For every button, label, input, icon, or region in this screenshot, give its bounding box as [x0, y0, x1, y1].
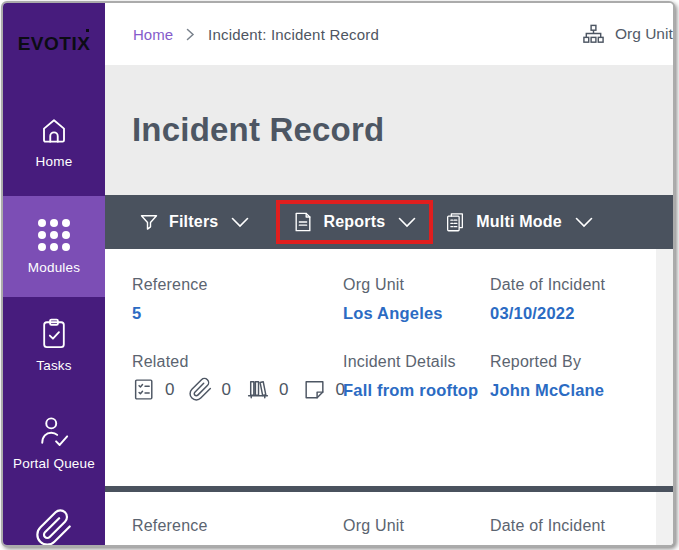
date-of-incident-label: Date of Incident — [490, 276, 656, 294]
breadcrumb-chevron-icon — [186, 28, 195, 41]
field-related: Related 0 — [132, 353, 343, 402]
paperclip-icon — [188, 377, 213, 402]
note-icon — [302, 377, 327, 402]
app-window: EVOTIX Home Modules Tasks — [1, 1, 675, 547]
field-reference: Reference — [132, 517, 343, 535]
sidebar-item-label: Home — [36, 154, 73, 169]
evotix-logo: EVOTIX — [3, 33, 105, 55]
related-items: 0 0 — [132, 377, 343, 402]
org-unit-label: Org Unit: — [615, 25, 675, 43]
incident-details-value-link[interactable]: Fall from rooftop — [343, 381, 490, 400]
report-document-icon — [293, 211, 313, 233]
related-count: 0 — [165, 380, 174, 400]
logo-dot — [86, 29, 89, 32]
checklist-icon — [132, 377, 157, 402]
related-notes-count[interactable]: 0 — [302, 377, 344, 402]
tasks-clipboard-icon — [38, 317, 70, 351]
filters-button[interactable]: Filters — [139, 212, 249, 232]
books-icon — [245, 377, 271, 402]
reports-highlight-box: Reports — [276, 200, 433, 244]
records-area: Reference 5 Org Unit Los Angeles Date of… — [105, 249, 673, 545]
paperclip-icon — [34, 507, 74, 547]
reported-by-value-link[interactable]: John McClane — [490, 381, 656, 400]
related-count: 0 — [221, 380, 230, 400]
reference-label: Reference — [132, 276, 343, 294]
page-title: Incident Record — [132, 111, 384, 149]
chevron-down-icon — [231, 217, 249, 228]
sidebar-item-label: Portal Queue — [13, 456, 95, 471]
portal-queue-icon — [36, 413, 72, 449]
reported-by-label: Reported By — [490, 353, 656, 371]
field-date-of-incident: Date of Incident — [490, 517, 656, 535]
page-header: Incident Record — [105, 65, 673, 195]
sidebar-item-attachments[interactable] — [3, 507, 105, 547]
org-unit-label: Org Unit — [343, 517, 490, 535]
incident-details-label: Incident Details — [343, 353, 490, 371]
multi-mode-button[interactable]: Multi Mode — [444, 211, 593, 234]
breadcrumb: Home Incident: Incident Record Org Unit: — [105, 3, 673, 65]
related-library-count[interactable]: 0 — [245, 377, 288, 402]
reports-button[interactable]: Reports — [293, 211, 416, 233]
related-attachments-count[interactable]: 0 — [188, 377, 230, 402]
related-checklist-count[interactable]: 0 — [132, 377, 174, 402]
field-org-unit: Org Unit — [343, 517, 490, 535]
related-label: Related — [132, 353, 343, 371]
chevron-down-icon — [398, 217, 416, 228]
org-unit-label: Org Unit — [343, 276, 490, 294]
sidebar-item-label: Tasks — [36, 358, 72, 373]
field-date-of-incident: Date of Incident 03/10/2022 — [490, 276, 656, 323]
sidebar-item-home[interactable]: Home — [3, 115, 105, 169]
field-reference: Reference 5 — [132, 276, 343, 323]
related-count: 0 — [279, 380, 288, 400]
sidebar-item-tasks[interactable]: Tasks — [3, 317, 105, 373]
org-unit-value-link[interactable]: Los Angeles — [343, 304, 490, 323]
multi-mode-copy-icon — [444, 211, 466, 234]
filters-label: Filters — [169, 213, 218, 231]
breadcrumb-current: Incident: Incident Record — [208, 26, 379, 43]
evotix-logo-text: EVOTIX — [18, 33, 91, 55]
records-list: Reference 5 Org Unit Los Angeles Date of… — [105, 249, 656, 545]
reference-label: Reference — [132, 517, 343, 535]
breadcrumb-home-link[interactable]: Home — [133, 26, 173, 43]
date-of-incident-value-link[interactable]: 03/10/2022 — [490, 304, 656, 323]
field-reported-by: Reported By John McClane — [490, 353, 656, 402]
date-of-incident-label: Date of Incident — [490, 517, 656, 535]
toolbar: Filters Reports — [105, 195, 673, 249]
reports-label: Reports — [323, 213, 385, 231]
field-incident-details: Incident Details Fall from rooftop — [343, 353, 490, 402]
modules-grid-icon — [38, 219, 70, 251]
home-icon — [38, 115, 70, 147]
sidebar: EVOTIX Home Modules Tasks — [3, 3, 105, 545]
incident-record-row: Reference Org Unit Date of Incident — [105, 492, 656, 535]
org-unit-selector[interactable]: Org Unit: — [582, 23, 675, 46]
field-org-unit: Org Unit Los Angeles — [343, 276, 490, 323]
scrollbar-track[interactable] — [656, 249, 673, 545]
reference-value-link[interactable]: 5 — [132, 304, 343, 323]
filter-funnel-icon — [139, 212, 159, 232]
sidebar-item-modules[interactable]: Modules — [3, 196, 105, 297]
org-chart-icon — [582, 23, 605, 46]
multi-mode-label: Multi Mode — [476, 213, 562, 231]
sidebar-item-portal-queue[interactable]: Portal Queue — [3, 413, 105, 471]
chevron-down-icon — [575, 217, 593, 228]
sidebar-item-label: Modules — [28, 260, 80, 275]
incident-record-row: Reference 5 Org Unit Los Angeles Date of… — [105, 249, 656, 486]
main-area: Home Incident: Incident Record Org Unit:… — [105, 3, 673, 545]
